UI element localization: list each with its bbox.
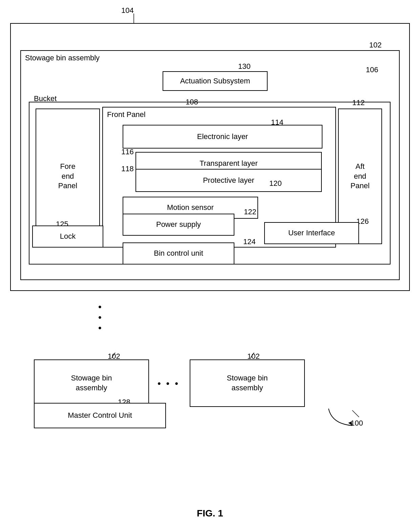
ref-104: 104 — [121, 6, 134, 15]
ref-130: 130 — [238, 62, 251, 71]
ref-106: 106 — [366, 65, 378, 74]
ref-116: 116 — [121, 148, 134, 156]
page: 104 Internal Cabin 102 Stowage bin assem… — [0, 0, 420, 529]
actuation-subsystem-label: Actuation Subsystem — [180, 76, 250, 86]
horizontal-dots: • • • — [158, 378, 180, 389]
ref-102-top: 102 — [369, 41, 382, 50]
stowage-bin-assembly-2-label: Stowage bin assembly — [71, 373, 112, 393]
user-interface-label: User Interface — [288, 228, 335, 238]
ref-100-arrow — [325, 405, 359, 429]
electronic-layer-box: Electronic layer — [123, 125, 322, 149]
protective-layer-box: Protective layer — [135, 169, 322, 192]
ref-122: 122 — [244, 208, 256, 216]
actuation-subsystem-box: Actuation Subsystem — [163, 71, 268, 91]
vertical-dots: ••• — [98, 302, 102, 333]
stowage-bin-assembly-3-box: Stowage bin assembly — [190, 359, 305, 407]
stowage-bin-assembly-3-label: Stowage bin assembly — [227, 373, 268, 393]
master-control-unit-label: Master Control Unit — [68, 411, 132, 420]
lock-label: Lock — [60, 232, 76, 241]
lock-box: Lock — [32, 226, 103, 248]
fore-end-panel-label: Fore end Panel — [58, 162, 77, 191]
bin-control-unit-box: Bin control unit — [123, 242, 234, 264]
motion-sensor-label: Motion sensor — [167, 203, 214, 213]
ref-124: 124 — [243, 237, 256, 246]
ref-118: 118 — [121, 164, 134, 173]
power-supply-box: Power supply — [123, 214, 234, 236]
transparent-layer-label: Transparent layer — [200, 159, 258, 169]
ref-108: 108 — [186, 98, 198, 106]
fig-caption: FIG. 1 — [0, 508, 420, 519]
power-supply-label: Power supply — [156, 220, 201, 230]
protective-layer-label: Protective layer — [203, 176, 254, 185]
bin-control-unit-label: Bin control unit — [154, 249, 203, 258]
ref-112: 112 — [352, 98, 365, 107]
front-panel-label: Front Panel — [107, 110, 146, 119]
user-interface-box: User Interface — [264, 222, 359, 244]
aft-end-panel-label: Aft end Panel — [351, 162, 370, 191]
stowage-bin-assembly-label: Stowage bin assembly — [25, 54, 100, 62]
electronic-layer-label: Electronic layer — [197, 132, 248, 142]
stowage-bin-assembly-2-box: Stowage bin assembly — [34, 359, 149, 407]
master-control-unit-box: Master Control Unit — [34, 403, 166, 428]
ref-120: 120 — [269, 179, 282, 188]
